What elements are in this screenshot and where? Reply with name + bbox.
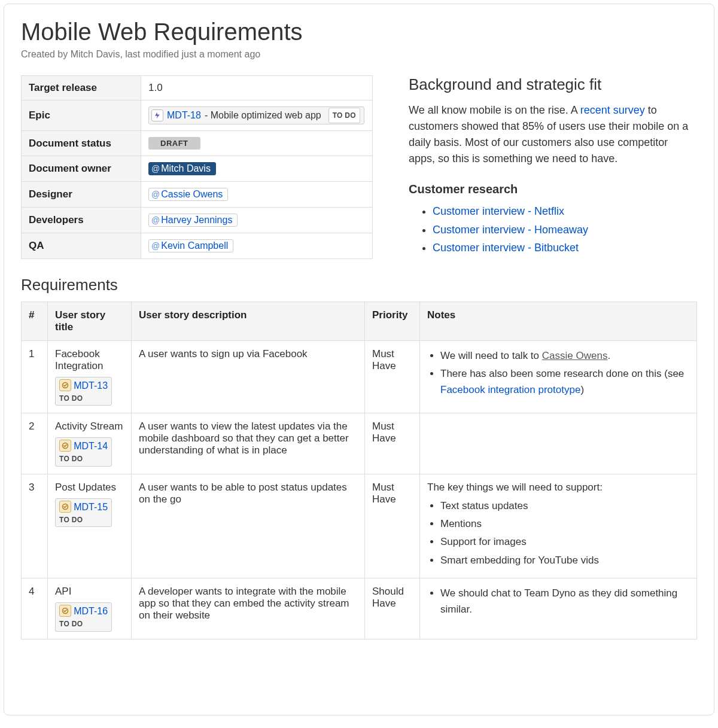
row-title: Post Updates MDT-15TO DO bbox=[48, 474, 132, 578]
story-issue-badge[interactable]: MDT-14TO DO bbox=[55, 437, 112, 466]
story-issue-badge[interactable]: MDT-13TO DO bbox=[55, 377, 112, 406]
designer-mention[interactable]: @Cassie Owens bbox=[148, 188, 228, 201]
customer-research-heading: Customer research bbox=[409, 182, 697, 196]
row-title: Facebook Integration MDT-13TO DO bbox=[48, 341, 132, 413]
row-num: 2 bbox=[22, 413, 48, 474]
col-priority: Priority bbox=[365, 302, 420, 341]
at-icon: @ bbox=[151, 164, 160, 173]
row-desc: A user wants to sign up via Facebook bbox=[132, 341, 365, 413]
owner-mention[interactable]: @Mitch Davis bbox=[148, 162, 216, 175]
row-title: Activity Stream MDT-14TO DO bbox=[48, 413, 132, 474]
story-title: Facebook Integration bbox=[55, 348, 124, 372]
story-issue-badge[interactable]: MDT-15TO DO bbox=[55, 498, 112, 527]
epic-issue-badge[interactable]: MDT-18 - Mobile optimized web app TO DO bbox=[148, 106, 364, 124]
meta-label-owner: Document owner bbox=[22, 156, 141, 182]
row-num: 3 bbox=[22, 474, 48, 578]
story-issue-key: MDT-16 bbox=[74, 606, 108, 616]
at-icon: @ bbox=[151, 241, 160, 251]
row-num: 4 bbox=[22, 578, 48, 639]
story-issue-key: MDT-13 bbox=[74, 380, 108, 391]
story-title: API bbox=[55, 586, 124, 598]
row-priority: Must Have bbox=[365, 413, 420, 474]
story-issue-status: TO DO bbox=[59, 516, 83, 525]
col-notes: Notes bbox=[420, 302, 697, 341]
research-link-list: Customer interview - Netflix Customer in… bbox=[409, 202, 697, 257]
background-heading: Background and strategic fit bbox=[409, 75, 697, 94]
at-icon: @ bbox=[151, 215, 160, 225]
row-priority: Should Have bbox=[365, 578, 420, 639]
story-title: Post Updates bbox=[55, 482, 124, 494]
epic-issue-summary: - Mobile optimized web app bbox=[205, 109, 321, 122]
meta-label-developers: Developers bbox=[22, 208, 141, 233]
story-issue-key: MDT-14 bbox=[74, 441, 108, 451]
story-issue-status: TO DO bbox=[59, 620, 83, 629]
story-icon bbox=[59, 605, 71, 617]
story-issue-key: MDT-15 bbox=[74, 502, 108, 512]
row-notes bbox=[420, 413, 697, 474]
meta-value-target-release: 1.0 bbox=[141, 76, 373, 100]
inline-mention[interactable]: Cassie Owens bbox=[542, 350, 608, 361]
row-num: 1 bbox=[22, 341, 48, 413]
inline-link[interactable]: Facebook integration prototype bbox=[440, 384, 580, 395]
col-num: # bbox=[22, 302, 48, 341]
doc-status-lozenge: DRAFT bbox=[148, 137, 200, 150]
epic-icon bbox=[151, 109, 163, 121]
row-priority: Must Have bbox=[365, 341, 420, 413]
requirements-table: # User story title User story descriptio… bbox=[21, 301, 697, 639]
row-desc: A developer wants to integrate with the … bbox=[132, 578, 365, 639]
row-desc: A user wants to be able to post status u… bbox=[132, 474, 365, 578]
research-link[interactable]: Customer interview - Netflix bbox=[433, 205, 564, 217]
qa-mention[interactable]: @Kevin Campbell bbox=[148, 239, 233, 252]
research-link[interactable]: Customer interview - Bitbucket bbox=[433, 242, 579, 254]
story-issue-status: TO DO bbox=[59, 394, 83, 404]
table-row: 1Facebook Integration MDT-13TO DOA user … bbox=[22, 341, 697, 413]
background-paragraph: We all know mobile is on the rise. A rec… bbox=[409, 102, 697, 167]
story-icon bbox=[59, 440, 71, 452]
recent-survey-link[interactable]: recent survey bbox=[580, 104, 645, 116]
page-title: Mobile Web Requirements bbox=[21, 19, 697, 45]
story-issue-badge[interactable]: MDT-16TO DO bbox=[55, 602, 112, 631]
developer-mention[interactable]: @Harvey Jennings bbox=[148, 214, 238, 227]
row-priority: Must Have bbox=[365, 474, 420, 578]
row-notes: We will need to talk to Cassie Owens.The… bbox=[420, 341, 697, 413]
at-icon: @ bbox=[151, 190, 160, 199]
meta-label-target-release: Target release bbox=[22, 76, 141, 100]
row-notes: The key things we will need to support:T… bbox=[420, 474, 697, 578]
meta-label-qa: QA bbox=[22, 233, 141, 259]
story-icon bbox=[59, 379, 71, 391]
story-issue-status: TO DO bbox=[59, 455, 83, 464]
col-desc: User story description bbox=[132, 302, 365, 341]
story-title: Activity Stream bbox=[55, 421, 124, 432]
epic-issue-key: MDT-18 bbox=[167, 109, 201, 122]
story-icon bbox=[59, 501, 71, 513]
row-notes: We should chat to Team Dyno as they did … bbox=[420, 578, 697, 639]
table-row: 4API MDT-16TO DOA developer wants to int… bbox=[22, 578, 697, 639]
meta-label-designer: Designer bbox=[22, 182, 141, 208]
research-link[interactable]: Customer interview - Homeaway bbox=[433, 224, 588, 236]
epic-issue-status: TO DO bbox=[328, 108, 360, 123]
byline: Created by Mitch Davis, last modified ju… bbox=[21, 49, 697, 60]
table-row: 2Activity Stream MDT-14TO DOA user wants… bbox=[22, 413, 697, 474]
meta-label-epic: Epic bbox=[22, 100, 141, 131]
table-row: 3Post Updates MDT-15TO DOA user wants to… bbox=[22, 474, 697, 578]
col-title: User story title bbox=[48, 302, 132, 341]
row-title: API MDT-16TO DO bbox=[48, 578, 132, 639]
row-desc: A user wants to view the latest updates … bbox=[132, 413, 365, 474]
meta-label-doc-status: Document status bbox=[22, 131, 141, 156]
requirements-heading: Requirements bbox=[21, 276, 697, 294]
metadata-table: Target release 1.0 Epic MDT-18 - Mobile … bbox=[21, 75, 373, 259]
